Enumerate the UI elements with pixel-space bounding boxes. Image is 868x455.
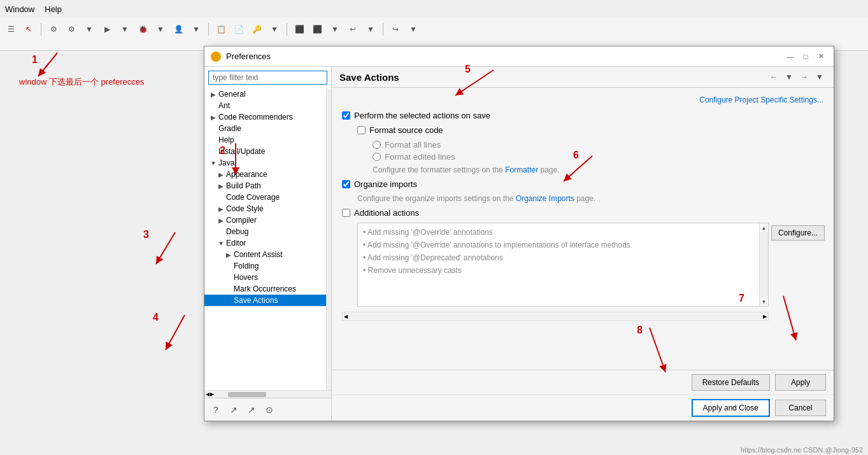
toolbar-btn-settings2[interactable]: ⚙	[64, 22, 78, 36]
toolbar-btn-undo-down[interactable]: ▼	[364, 22, 378, 36]
format-all-radio[interactable]	[373, 141, 381, 149]
menu-window[interactable]: Window	[5, 4, 34, 14]
toolbar-btn-play-down[interactable]: ▼	[118, 22, 132, 36]
tree-item-hovers[interactable]: Hovers	[204, 272, 326, 283]
tree-item-coderecommenders[interactable]: ▶ Code Recommenders	[204, 111, 326, 123]
toolbar-btn-redo-down[interactable]: ▼	[406, 22, 420, 36]
left-scroll-lr-arrows[interactable]: ◀ ▶	[206, 391, 214, 397]
formatter-note: Configure the formatter settings on the …	[373, 165, 823, 174]
filter-input[interactable]	[208, 71, 327, 85]
configure-project-link[interactable]: Configure Project Specific Settings...	[342, 95, 823, 104]
format-edited-label[interactable]: Format edited lines	[385, 152, 455, 162]
additional-actions-checkbox[interactable]	[342, 209, 350, 217]
h-scroll-right-arrow[interactable]: ▶	[210, 391, 214, 397]
tree-item-general[interactable]: ▶ General	[204, 88, 326, 100]
apply-button[interactable]: Apply	[775, 374, 826, 391]
format-source-row: Format source code	[357, 125, 823, 135]
action-item-2: • Add missing '@Deprecated' annotations	[358, 251, 759, 264]
organize-note: Configure the organize imports settings …	[357, 194, 823, 203]
help-icon[interactable]: ?	[210, 403, 222, 416]
left-panel-bottom: ? ↗ ↗ ⊙	[204, 398, 331, 421]
format-source-label[interactable]: Format source code	[369, 125, 443, 135]
left-h-scrollbar[interactable]: ◀ ▶	[204, 390, 331, 398]
toolbar-btn-play[interactable]: ▶	[100, 22, 114, 36]
additional-actions-label[interactable]: Additional actions	[354, 208, 419, 218]
tree-item-debug[interactable]: Debug	[204, 226, 326, 237]
tree-item-saveactions[interactable]: Save Actions	[204, 295, 326, 306]
toolbar-btn-key-down[interactable]: ▼	[267, 22, 281, 36]
tree-item-folding[interactable]: Folding	[204, 260, 326, 272]
tree-item-buildpath[interactable]: ▶ Build Path	[204, 180, 326, 192]
import-icon[interactable]: ↗	[227, 403, 240, 416]
additional-actions-row: Additional actions	[342, 208, 823, 218]
toolbar-btn-nav2[interactable]: ⬛	[310, 22, 324, 36]
restore-defaults-button[interactable]: Restore Defaults	[692, 374, 770, 391]
scroll-up-arrow[interactable]: ▲	[760, 223, 769, 232]
toolbar-btn-list[interactable]: ☰	[4, 22, 18, 36]
toolbar-btn-redo[interactable]: ↪	[388, 22, 402, 36]
nav-forward-down-icon[interactable]: ▼	[813, 71, 826, 83]
tree-item-markoccurrences[interactable]: Mark Occurrences	[204, 283, 326, 295]
perform-save-label[interactable]: Perform the selected actions on save	[354, 111, 490, 120]
tree-item-gradle[interactable]: Gradle	[204, 123, 326, 134]
annotation-4: 4	[153, 312, 159, 323]
perform-save-checkbox[interactable]	[342, 111, 350, 120]
link-icon[interactable]: ⊙	[263, 403, 276, 416]
maximize-button[interactable]: □	[799, 50, 812, 63]
list-h-scrollbar[interactable]: ◀ ▶	[342, 312, 769, 321]
toolbar-btn-ladybug-down[interactable]: ▼	[153, 22, 167, 36]
toolbar-btn-doc1[interactable]: 📋	[214, 22, 228, 36]
toolbar-btn-down[interactable]: ▼	[82, 22, 96, 36]
export-icon[interactable]: ↗	[245, 403, 258, 416]
tree-item-editor[interactable]: ▼ Editor	[204, 237, 326, 249]
list-h-left-arrow[interactable]: ◀	[343, 314, 349, 319]
h-scroll-left-arrow[interactable]: ◀	[206, 391, 210, 397]
toolbar-btn-ladybug[interactable]: 🐞	[136, 22, 150, 36]
tree-item-ant[interactable]: Ant	[204, 100, 326, 111]
apply-close-button[interactable]: Apply and Close	[692, 399, 770, 417]
list-h-right-arrow[interactable]: ▶	[762, 314, 768, 319]
close-button[interactable]: ✕	[815, 50, 827, 63]
right-header-icons: ← ▼ → ▼	[767, 71, 826, 83]
format-edited-radio[interactable]	[373, 153, 381, 161]
toolbar-btn-settings[interactable]: ⚙	[46, 22, 60, 36]
minimize-button[interactable]: —	[784, 50, 797, 63]
tree-item-appearance[interactable]: ▶ Appearance	[204, 169, 326, 180]
configure-button[interactable]: Configure...	[771, 225, 825, 241]
scroll-down-arrow[interactable]: ▼	[760, 297, 769, 306]
left-scrollbar[interactable]	[326, 88, 331, 390]
tree-item-codestyle[interactable]: ▶ Code Style	[204, 203, 326, 214]
action-item-3: • Remove unnecessary casts	[358, 264, 759, 277]
toolbar-btn-nav3[interactable]: ▼	[328, 22, 342, 36]
format-all-label[interactable]: Format all lines	[385, 140, 441, 150]
nav-back-down-icon[interactable]: ▼	[783, 71, 795, 83]
organize-imports-row: Organize imports	[342, 179, 823, 189]
tree-item-compiler[interactable]: ▶ Compiler	[204, 214, 326, 226]
toolbar-btn-doc2[interactable]: 📄	[232, 22, 246, 36]
organize-imports-link[interactable]: Organize Imports	[516, 194, 574, 203]
toolbar-row: ☰ ↖ ⚙ ⚙ ▼ ▶ ▼ 🐞 ▼ 👤 ▼ 📋 📄 🔑 ▼ ⬛ ⬛ ▼ ↩ ▼ …	[0, 18, 868, 41]
tree-item-install[interactable]: Install/Update	[204, 146, 326, 157]
tree-item-codecoverage[interactable]: Code Coverage	[204, 192, 326, 203]
organize-imports-checkbox[interactable]	[342, 180, 350, 188]
menu-help[interactable]: Help	[45, 4, 62, 14]
toolbar-btn-person[interactable]: 👤	[171, 22, 185, 36]
svg-line-0	[38, 53, 57, 76]
toolbar-btn-arrow[interactable]: ↖	[22, 22, 36, 36]
tree-item-help[interactable]: Help	[204, 134, 326, 146]
nav-forward-icon[interactable]: →	[798, 71, 811, 83]
cancel-button[interactable]: Cancel	[775, 400, 826, 416]
toolbar-btn-nav1[interactable]: ⬛	[292, 22, 306, 36]
format-all-row: Format all lines	[373, 140, 823, 150]
format-source-checkbox[interactable]	[357, 126, 366, 134]
tree-item-contentassist[interactable]: ▶ Content Assist	[204, 249, 326, 260]
nav-back-icon[interactable]: ←	[767, 71, 780, 83]
formatter-link[interactable]: Formatter	[505, 165, 538, 174]
toolbar-btn-undo[interactable]: ↩	[346, 22, 360, 36]
toolbar-btn-person-down[interactable]: ▼	[189, 22, 203, 36]
expand-icon-editor: ▼	[217, 239, 225, 247]
toolbar-btn-key[interactable]: 🔑	[250, 22, 264, 36]
tree-item-java[interactable]: ▼ Java	[204, 157, 326, 169]
perform-save-row: Perform the selected actions on save	[342, 111, 823, 120]
organize-imports-label[interactable]: Organize imports	[354, 179, 417, 189]
